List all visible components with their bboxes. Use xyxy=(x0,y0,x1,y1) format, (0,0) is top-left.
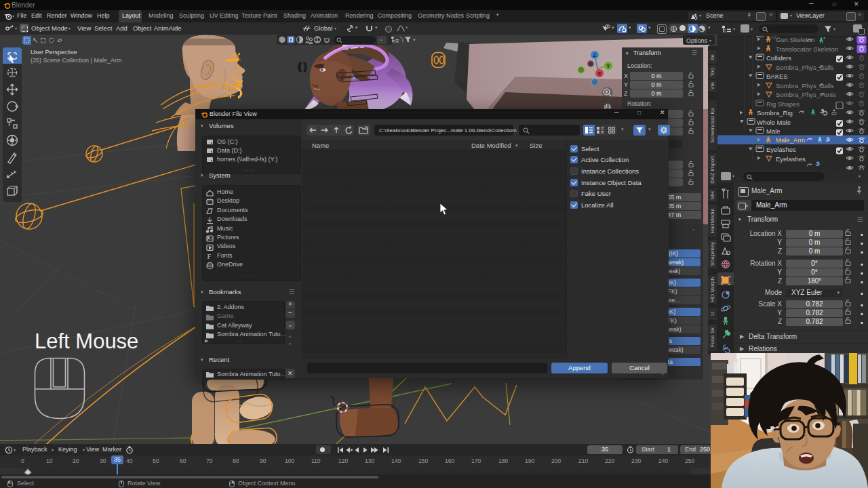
svg-text:Male_Arm: Male_Arm xyxy=(776,136,805,144)
svg-text:Sombra_Rig: Sombra_Rig xyxy=(757,109,793,117)
svg-text:Sombra_Phys_Balls: Sombra_Phys_Balls xyxy=(776,82,834,89)
svg-text:X: X xyxy=(597,70,601,77)
svg-text:Translocator Skeleton: Translocator Skeleton xyxy=(776,45,838,53)
svg-text:Eyelashes: Eyelashes xyxy=(776,155,806,163)
svg-text:Y: Y xyxy=(606,63,610,69)
svg-text:Z: Z xyxy=(593,52,597,58)
svg-text:BAKES: BAKES xyxy=(766,73,788,80)
svg-text:Male: Male xyxy=(766,127,781,135)
svg-text:Whole Male: Whole Male xyxy=(757,119,791,126)
svg-text:Sombra_Phys_Balls: Sombra_Phys_Balls xyxy=(776,64,834,71)
svg-text:F: F xyxy=(208,253,212,260)
svg-text:Rig Shapes: Rig Shapes xyxy=(766,100,800,108)
svg-text:Sombra_Phys_Penis: Sombra_Phys_Penis xyxy=(776,91,836,98)
svg-text:Eyelashes: Eyelashes xyxy=(766,146,796,153)
svg-text:Colliders: Colliders xyxy=(766,54,791,62)
